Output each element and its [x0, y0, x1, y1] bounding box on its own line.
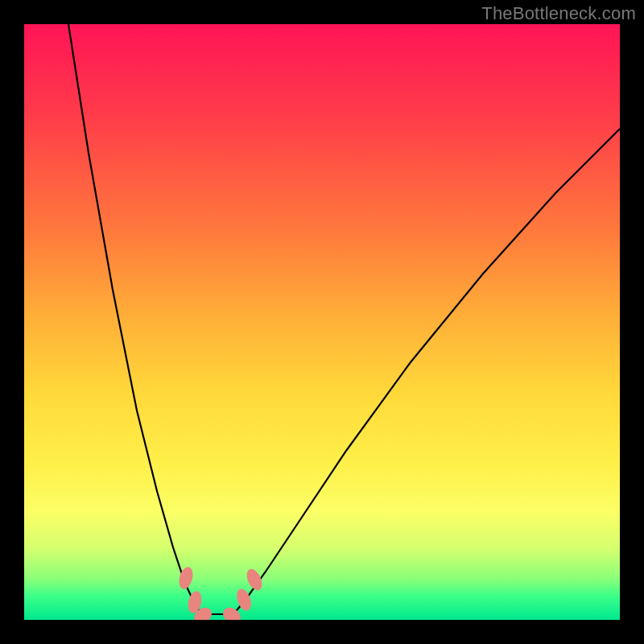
watermark-text: TheBottleneck.com — [481, 3, 636, 24]
chart-plot-area — [24, 24, 620, 620]
curve-path — [68, 24, 620, 614]
bottleneck-curve — [24, 24, 620, 620]
curve-marker — [244, 567, 265, 592]
